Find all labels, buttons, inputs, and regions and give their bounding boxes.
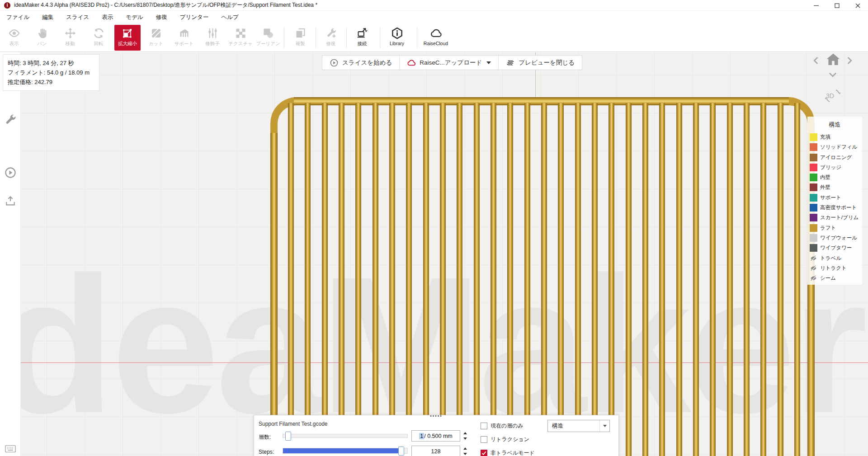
checkbox-unchecked[interactable] (481, 423, 487, 429)
chevron-down-icon (486, 61, 491, 64)
left-sidebar (0, 52, 21, 456)
raisecloud-upload-button[interactable]: RaiseC...アップロード (400, 56, 499, 70)
tool-library-button[interactable]: Library (382, 25, 412, 51)
layer-value-box[interactable]: 1 / 0.500 mm (411, 430, 460, 442)
legend-color-swatch (810, 164, 817, 171)
checkbox-unchecked[interactable] (481, 436, 487, 443)
legend-item-10[interactable]: ワイプウォール (810, 234, 862, 242)
tool-cut-button[interactable]: カット (143, 25, 169, 51)
upload-icon[interactable] (4, 194, 17, 207)
play-icon[interactable] (4, 166, 17, 179)
steps-value: 128 (431, 448, 441, 455)
menu-item-3[interactable]: 表示 (95, 11, 119, 24)
structure-dropdown[interactable]: 構造 (547, 420, 610, 432)
steps-value-box[interactable]: 128 (411, 446, 460, 456)
layer-spin-up-icon[interactable] (462, 430, 468, 436)
close-preview-button[interactable]: プレビューを閉じる (499, 56, 582, 70)
legend-item-6[interactable]: サポート (810, 194, 862, 202)
menu-item-0[interactable]: ファイル (0, 11, 36, 24)
steps-spin-down-icon[interactable] (462, 451, 468, 456)
preview-model[interactable] (0, 52, 868, 456)
raft-tube (440, 103, 446, 456)
legend-item-4[interactable]: 内壁 (810, 174, 862, 181)
legend-label: スカート/ブリム (820, 214, 859, 221)
legend-color-swatch (810, 154, 817, 161)
settings-wrench-icon[interactable] (4, 113, 17, 126)
tool-support-button[interactable]: サポート (171, 25, 197, 51)
raft-tube (474, 103, 480, 456)
tool-rotate-button[interactable]: 回転 (85, 25, 112, 51)
modifier-icon (206, 26, 219, 40)
legend-item-2[interactable]: アイロニング (810, 154, 862, 161)
steps-slider-thumb[interactable] (398, 447, 404, 456)
steps-slider[interactable] (283, 448, 408, 454)
tool-cloud-button[interactable]: RaiseCloud (416, 25, 455, 51)
menu-item-7[interactable]: ヘルプ (215, 11, 245, 24)
home-view-icon[interactable] (825, 51, 842, 68)
minimize-button[interactable] (806, 0, 826, 11)
raft-tube (760, 103, 766, 456)
legend-item-8[interactable]: スカート/ブリム (810, 214, 862, 221)
tool-eye-button[interactable]: 表示 (1, 25, 27, 51)
layer-spin-down-icon[interactable] (462, 436, 468, 442)
eye-slash-icon[interactable] (810, 264, 817, 272)
legend-item-3[interactable]: ブリッジ (810, 164, 862, 171)
raft-tube (794, 103, 800, 456)
legend-item-0[interactable]: 充填 (810, 133, 862, 141)
layer-slider[interactable] (283, 434, 408, 438)
legend-item-1[interactable]: ソリッドフィル (810, 143, 862, 151)
non-travel-mode-checkbox[interactable]: 非トラベルモード (481, 449, 535, 456)
nav-left-chevron[interactable] (810, 55, 822, 66)
tool-modifier-button[interactable]: 修飾子 (199, 25, 226, 51)
menu-item-6[interactable]: プリンター (174, 11, 215, 24)
legend-item-5[interactable]: 外壁 (810, 183, 862, 191)
structure-dropdown-value: 構造 (548, 422, 599, 430)
checkbox-checked[interactable] (481, 450, 487, 456)
panel-drag-handle[interactable]: ••••• (254, 414, 618, 418)
menu-item-4[interactable]: モデル (119, 11, 149, 24)
tool-boolean-button[interactable]: ブーリアン (255, 25, 282, 51)
raft-tube (693, 103, 699, 456)
toolbar-separator (346, 27, 347, 48)
rotate-icon (92, 26, 105, 40)
tool-texture-button[interactable]: テクスチャ (227, 25, 254, 51)
menu-item-2[interactable]: スライス (60, 11, 95, 24)
tool-scale-button[interactable]: 拡大縮小 (114, 25, 141, 51)
raft-tube (373, 103, 378, 456)
legend-item-11[interactable]: ワイプタワー (810, 244, 862, 252)
legend-item-9[interactable]: ラフト (810, 224, 862, 232)
tool-hand-button[interactable]: パン (29, 25, 55, 51)
close-button[interactable] (847, 0, 868, 11)
retraction-label: リトラクション (491, 436, 529, 443)
legend-item-7[interactable]: 高密度サポート (810, 204, 862, 212)
eye-slash-icon[interactable] (810, 254, 817, 262)
nav-right-chevron[interactable] (844, 55, 855, 66)
tool-move-button[interactable]: 移動 (57, 25, 83, 51)
legend-color-swatch (810, 133, 817, 141)
steps-spin-up-icon[interactable] (462, 446, 468, 451)
viewport-3d[interactable]: ideaMaker (0, 52, 868, 456)
keyboard-icon[interactable] (5, 445, 16, 453)
legend-color-swatch (810, 214, 817, 221)
tool-duplicate-button[interactable]: 複製 (287, 25, 314, 51)
layer-slider-thumb[interactable] (285, 432, 291, 441)
nav-down-chevron[interactable] (827, 69, 839, 80)
current-layer-only-checkbox[interactable]: 現在の層のみ (481, 422, 524, 430)
start-slice-button[interactable]: スライスを始める (322, 56, 400, 70)
maximize-button[interactable] (826, 0, 847, 11)
cut-icon (149, 26, 163, 40)
menu-item-1[interactable]: 編集 (36, 11, 60, 24)
raft-tube (727, 103, 733, 456)
eye-slash-icon[interactable] (810, 274, 817, 282)
tool-label: パン (37, 41, 47, 47)
legend-item-12[interactable]: トラベル (810, 254, 862, 262)
tool-repair-button[interactable]: 修復 (317, 25, 344, 51)
legend-item-13[interactable]: リトラクト (810, 264, 862, 272)
rotate-3d-icon[interactable]: 3D (823, 86, 843, 106)
legend-item-14[interactable]: シーム (810, 274, 862, 282)
legend-color-swatch (810, 244, 817, 252)
tool-connect-button[interactable]: 接続 (349, 25, 376, 51)
dropdown-caret-icon[interactable] (599, 420, 609, 432)
menu-item-5[interactable]: 修復 (150, 11, 174, 24)
retraction-checkbox[interactable]: リトラクション (481, 436, 529, 443)
